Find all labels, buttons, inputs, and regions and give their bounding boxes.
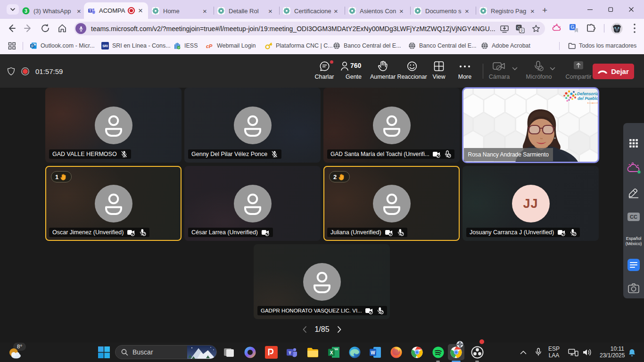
svg-text:X: X (330, 350, 333, 355)
svg-text:G: G (571, 25, 575, 30)
svg-text:T: T (89, 8, 91, 13)
svg-text:T: T (289, 350, 291, 355)
svg-text:O: O (31, 44, 33, 48)
svg-text:760: 760 (350, 62, 362, 69)
svg-text:del Pueblo: del Pueblo (578, 96, 599, 101)
svg-text:cP: cP (206, 43, 213, 49)
svg-text:Defensoría: Defensoría (577, 91, 599, 96)
svg-text:SRI: SRI (102, 44, 108, 48)
svg-text:W: W (371, 350, 375, 355)
svg-text:文: 文 (520, 29, 524, 33)
svg-text:3: 3 (25, 8, 27, 14)
svg-text:ECUADOR: ECUADOR (587, 102, 599, 104)
